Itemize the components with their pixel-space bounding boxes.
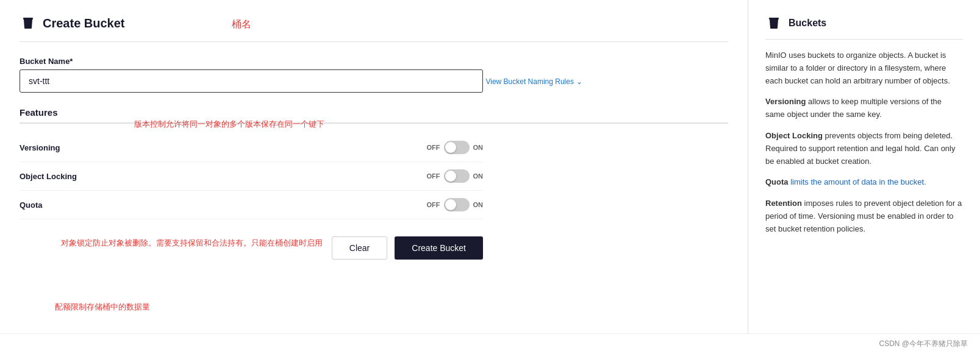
versioning-toggle-container: OFF ON (427, 141, 484, 154)
object-locking-label: Object Locking (20, 172, 77, 181)
quota-bold: Quota (765, 177, 789, 186)
right-panel-body: MinIO uses buckets to organize objects. … (765, 49, 963, 236)
versioning-toggle[interactable] (444, 141, 470, 154)
chevron-down-icon: ⌄ (576, 77, 582, 86)
object-locking-on-label: ON (473, 172, 484, 180)
naming-rules-link[interactable]: View Bucket Naming Rules ⌄ (485, 77, 582, 86)
features-section: Features Versioning OFF ON Object Lockin… (20, 107, 728, 219)
right-para-2: Versioning allows to keep multiple versi… (765, 96, 963, 121)
quota-off-label: OFF (427, 201, 440, 208)
features-title: Features (20, 107, 728, 124)
object-locking-row: Object Locking OFF ON (20, 162, 483, 191)
svg-rect-0 (23, 18, 33, 19)
annotation-quota: 配额限制存储桶中的数据量 (55, 302, 150, 313)
versioning-label: Versioning (20, 143, 60, 152)
right-header: Buckets (765, 15, 963, 40)
versioning-off-label: OFF (427, 144, 440, 151)
page-header: Create Bucket (20, 15, 728, 42)
page-title: Create Bucket (43, 16, 125, 30)
right-panel: Buckets MinIO uses buckets to organize o… (748, 0, 980, 333)
clear-button[interactable]: Clear (332, 236, 387, 260)
quota-label: Quota (20, 200, 43, 210)
retention-bold: Retention (765, 199, 802, 208)
right-bucket-icon (765, 15, 782, 32)
versioning-on-label: ON (473, 144, 484, 151)
right-para-5: Retention imposes rules to prevent objec… (765, 197, 963, 235)
right-para-1: MinIO uses buckets to organize objects. … (765, 49, 963, 87)
object-locking-toggle-container: OFF ON (427, 169, 484, 183)
quota-row: Quota OFF ON (20, 191, 483, 219)
left-panel: Create Bucket Bucket Name* View Bucket N… (0, 0, 748, 333)
svg-rect-1 (769, 18, 779, 19)
bucket-name-label: Bucket Name* (20, 57, 728, 66)
quota-toggle-container: OFF ON (427, 198, 484, 211)
quota-toggle[interactable] (444, 198, 470, 211)
quota-link[interactable]: limits the amount of data in the bucket. (790, 177, 926, 186)
object-locking-toggle[interactable] (444, 169, 470, 183)
versioning-bold: Versioning (765, 97, 806, 106)
object-locking-off-label: OFF (427, 172, 440, 180)
bucket-name-input[interactable] (20, 69, 483, 93)
footer-bar: CSDN @今年不养猪只除草 (0, 333, 980, 354)
footer-text: CSDN @今年不养猪只除草 (879, 339, 968, 348)
bucket-icon (20, 15, 37, 32)
actions-row: Clear Create Bucket (20, 236, 483, 260)
right-para-4: Quota limits the amount of data in the b… (765, 176, 963, 189)
create-bucket-button[interactable]: Create Bucket (395, 236, 483, 260)
versioning-row: Versioning OFF ON (20, 133, 483, 162)
bucket-name-group: Bucket Name* View Bucket Naming Rules ⌄ (20, 57, 728, 93)
quota-on-label: ON (473, 201, 484, 208)
right-panel-title: Buckets (789, 18, 826, 29)
object-locking-bold: Object Locking (765, 131, 823, 140)
right-para-3: Object Locking prevents objects from bei… (765, 130, 963, 168)
